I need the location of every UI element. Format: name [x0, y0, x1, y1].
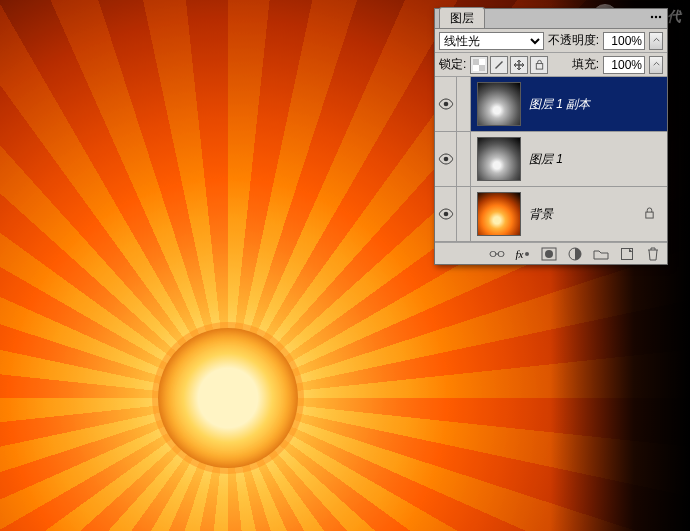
- lock-label: 锁定:: [439, 56, 466, 73]
- layers-panel: 图层 正常溶解变暗正片叠底颜色加深线性加深变亮滤色颜色减淡线性减淡叠加柔光强光亮…: [434, 8, 668, 265]
- layer-row[interactable]: 图层 1: [435, 132, 667, 187]
- layer-name-label[interactable]: 图层 1 副本: [529, 96, 590, 113]
- blend-mode-select[interactable]: 正常溶解变暗正片叠底颜色加深线性加深变亮滤色颜色减淡线性减淡叠加柔光强光亮光线性…: [439, 32, 544, 50]
- panel-footer: fx: [435, 242, 667, 264]
- lock-icon: [644, 207, 655, 222]
- svg-point-15: [525, 252, 529, 256]
- group-icon[interactable]: [591, 246, 611, 262]
- tab-layers[interactable]: 图层: [439, 7, 485, 28]
- layers-list: 图层 1 副本图层 1背景: [435, 77, 667, 242]
- add-mask-icon[interactable]: [539, 246, 559, 262]
- fill-stepper[interactable]: [649, 56, 663, 74]
- layer-name-label[interactable]: 图层 1: [529, 151, 563, 168]
- panel-menu-button[interactable]: [649, 11, 663, 23]
- layer-name-label[interactable]: 背景: [529, 206, 553, 223]
- layer-main[interactable]: 图层 1 副本: [471, 77, 667, 131]
- svg-rect-6: [473, 65, 479, 71]
- fill-label: 填充:: [572, 56, 599, 73]
- new-layer-icon[interactable]: [617, 246, 637, 262]
- layer-main[interactable]: 图层 1: [471, 132, 667, 186]
- svg-point-0: [651, 16, 653, 18]
- panel-tabbar: 图层: [435, 9, 667, 29]
- svg-rect-4: [479, 65, 485, 71]
- layer-thumbnail[interactable]: [477, 137, 521, 181]
- layer-thumbnail[interactable]: [477, 82, 521, 126]
- layer-main[interactable]: 背景: [471, 187, 667, 241]
- layer-thumbnail[interactable]: [477, 192, 521, 236]
- svg-rect-11: [646, 212, 653, 218]
- layer-row[interactable]: 图层 1 副本: [435, 77, 667, 132]
- link-column[interactable]: [457, 132, 471, 186]
- link-layers-icon[interactable]: [487, 246, 507, 262]
- lock-pixels-button[interactable]: [490, 56, 508, 74]
- link-column[interactable]: [457, 77, 471, 131]
- svg-point-10: [443, 212, 448, 217]
- svg-point-8: [443, 102, 448, 107]
- lock-position-button[interactable]: [510, 56, 528, 74]
- fx-icon[interactable]: fx: [513, 246, 533, 262]
- lock-fill-row: 锁定: 填充:: [435, 53, 667, 77]
- fill-input[interactable]: [603, 56, 645, 74]
- layer-row[interactable]: 背景: [435, 187, 667, 242]
- svg-point-9: [443, 157, 448, 162]
- svg-rect-7: [536, 64, 542, 70]
- visibility-toggle[interactable]: [435, 132, 457, 186]
- blend-opacity-row: 正常溶解变暗正片叠底颜色加深线性加深变亮滤色颜色减淡线性减淡叠加柔光强光亮光线性…: [435, 29, 667, 53]
- lock-all-button[interactable]: [530, 56, 548, 74]
- delete-layer-icon[interactable]: [643, 246, 663, 262]
- svg-point-2: [659, 16, 661, 18]
- svg-point-1: [655, 16, 657, 18]
- opacity-label: 不透明度:: [548, 32, 599, 49]
- svg-rect-5: [479, 59, 485, 65]
- visibility-toggle[interactable]: [435, 187, 457, 241]
- svg-rect-3: [473, 59, 479, 65]
- lock-transparency-button[interactable]: [470, 56, 488, 74]
- adjustment-layer-icon[interactable]: [565, 246, 585, 262]
- opacity-input[interactable]: [603, 32, 645, 50]
- lock-buttons: [470, 56, 548, 74]
- opacity-stepper[interactable]: [649, 32, 663, 50]
- svg-rect-19: [622, 248, 633, 259]
- link-column[interactable]: [457, 187, 471, 241]
- visibility-toggle[interactable]: [435, 77, 457, 131]
- svg-point-17: [545, 250, 553, 258]
